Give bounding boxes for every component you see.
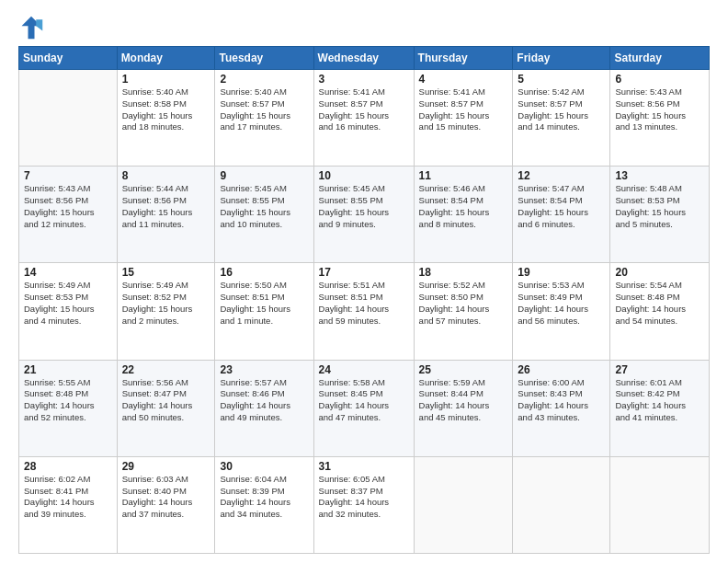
cell-info: Sunrise: 5:58 AMSunset: 8:45 PMDaylight:… xyxy=(319,377,409,424)
cell-info: Sunrise: 5:49 AMSunset: 8:53 PMDaylight:… xyxy=(24,280,112,327)
calendar-cell: 3Sunrise: 5:41 AMSunset: 8:57 PMDaylight… xyxy=(313,70,414,167)
calendar-cell xyxy=(513,456,610,553)
day-number: 18 xyxy=(419,266,508,279)
calendar-cell: 4Sunrise: 5:41 AMSunset: 8:57 PMDaylight… xyxy=(414,70,513,167)
header xyxy=(18,15,710,40)
cell-info: Sunrise: 5:52 AMSunset: 8:50 PMDaylight:… xyxy=(419,280,508,327)
week-row-2: 7Sunrise: 5:43 AMSunset: 8:56 PMDaylight… xyxy=(19,167,710,263)
cell-info: Sunrise: 5:41 AMSunset: 8:57 PMDaylight:… xyxy=(419,86,508,133)
day-number: 28 xyxy=(24,460,112,473)
day-number: 26 xyxy=(518,363,605,376)
calendar-cell: 26Sunrise: 6:00 AMSunset: 8:43 PMDayligh… xyxy=(513,360,610,456)
weekday-tuesday: Tuesday xyxy=(215,47,313,70)
weekday-thursday: Thursday xyxy=(414,47,513,70)
day-number: 2 xyxy=(220,73,308,86)
calendar-cell: 12Sunrise: 5:47 AMSunset: 8:54 PMDayligh… xyxy=(513,167,610,263)
day-number: 29 xyxy=(122,460,210,473)
calendar-table: SundayMondayTuesdayWednesdayThursdayFrid… xyxy=(18,46,710,554)
calendar-cell: 23Sunrise: 5:57 AMSunset: 8:46 PMDayligh… xyxy=(215,360,313,456)
cell-info: Sunrise: 5:45 AMSunset: 8:55 PMDaylight:… xyxy=(319,183,409,230)
cell-info: Sunrise: 5:57 AMSunset: 8:46 PMDaylight:… xyxy=(220,377,308,424)
cell-info: Sunrise: 5:50 AMSunset: 8:51 PMDaylight:… xyxy=(220,280,308,327)
weekday-sunday: Sunday xyxy=(19,47,118,70)
week-row-1: 1Sunrise: 5:40 AMSunset: 8:58 PMDaylight… xyxy=(19,70,710,167)
day-number: 24 xyxy=(319,363,409,376)
calendar-cell: 25Sunrise: 5:59 AMSunset: 8:44 PMDayligh… xyxy=(414,360,513,456)
logo-icon xyxy=(18,15,44,40)
weekday-header-row: SundayMondayTuesdayWednesdayThursdayFrid… xyxy=(19,47,710,70)
calendar-cell: 14Sunrise: 5:49 AMSunset: 8:53 PMDayligh… xyxy=(19,263,118,360)
week-row-5: 28Sunrise: 6:02 AMSunset: 8:41 PMDayligh… xyxy=(19,456,710,553)
day-number: 19 xyxy=(518,266,605,279)
day-number: 31 xyxy=(319,460,409,473)
day-number: 30 xyxy=(220,460,308,473)
day-number: 10 xyxy=(319,169,409,182)
day-number: 21 xyxy=(24,363,112,376)
day-number: 22 xyxy=(122,363,210,376)
day-number: 15 xyxy=(122,266,210,279)
calendar-cell: 24Sunrise: 5:58 AMSunset: 8:45 PMDayligh… xyxy=(313,360,414,456)
day-number: 13 xyxy=(615,169,704,182)
cell-info: Sunrise: 5:55 AMSunset: 8:48 PMDaylight:… xyxy=(24,377,112,424)
cell-info: Sunrise: 5:47 AMSunset: 8:54 PMDaylight:… xyxy=(518,183,605,230)
calendar-cell: 19Sunrise: 5:53 AMSunset: 8:49 PMDayligh… xyxy=(513,263,610,360)
day-number: 7 xyxy=(24,169,112,182)
weekday-friday: Friday xyxy=(513,47,610,70)
calendar-cell xyxy=(610,456,710,553)
cell-info: Sunrise: 6:05 AMSunset: 8:37 PMDaylight:… xyxy=(319,474,409,521)
calendar-cell: 31Sunrise: 6:05 AMSunset: 8:37 PMDayligh… xyxy=(313,456,414,553)
cell-info: Sunrise: 5:51 AMSunset: 8:51 PMDaylight:… xyxy=(319,280,409,327)
cell-info: Sunrise: 6:02 AMSunset: 8:41 PMDaylight:… xyxy=(24,474,112,521)
calendar-cell: 29Sunrise: 6:03 AMSunset: 8:40 PMDayligh… xyxy=(117,456,215,553)
calendar-cell: 5Sunrise: 5:42 AMSunset: 8:57 PMDaylight… xyxy=(513,70,610,167)
cell-info: Sunrise: 5:43 AMSunset: 8:56 PMDaylight:… xyxy=(24,183,112,230)
calendar-cell: 15Sunrise: 5:49 AMSunset: 8:52 PMDayligh… xyxy=(117,263,215,360)
day-number: 16 xyxy=(220,266,308,279)
calendar-cell: 22Sunrise: 5:56 AMSunset: 8:47 PMDayligh… xyxy=(117,360,215,456)
calendar-cell: 7Sunrise: 5:43 AMSunset: 8:56 PMDaylight… xyxy=(19,167,118,263)
calendar-cell: 28Sunrise: 6:02 AMSunset: 8:41 PMDayligh… xyxy=(19,456,118,553)
page: SundayMondayTuesdayWednesdayThursdayFrid… xyxy=(0,0,728,563)
cell-info: Sunrise: 5:54 AMSunset: 8:48 PMDaylight:… xyxy=(615,280,704,327)
cell-info: Sunrise: 5:56 AMSunset: 8:47 PMDaylight:… xyxy=(122,377,210,424)
calendar-cell xyxy=(19,70,118,167)
cell-info: Sunrise: 6:03 AMSunset: 8:40 PMDaylight:… xyxy=(122,474,210,521)
cell-info: Sunrise: 6:04 AMSunset: 8:39 PMDaylight:… xyxy=(220,474,308,521)
calendar-cell: 16Sunrise: 5:50 AMSunset: 8:51 PMDayligh… xyxy=(215,263,313,360)
calendar-cell: 18Sunrise: 5:52 AMSunset: 8:50 PMDayligh… xyxy=(414,263,513,360)
cell-info: Sunrise: 5:42 AMSunset: 8:57 PMDaylight:… xyxy=(518,86,605,133)
cell-info: Sunrise: 5:44 AMSunset: 8:56 PMDaylight:… xyxy=(122,183,210,230)
calendar-cell: 6Sunrise: 5:43 AMSunset: 8:56 PMDaylight… xyxy=(610,70,710,167)
day-number: 3 xyxy=(319,73,409,86)
cell-info: Sunrise: 5:53 AMSunset: 8:49 PMDaylight:… xyxy=(518,280,605,327)
calendar-cell xyxy=(414,456,513,553)
calendar-cell: 30Sunrise: 6:04 AMSunset: 8:39 PMDayligh… xyxy=(215,456,313,553)
day-number: 1 xyxy=(122,73,210,86)
day-number: 6 xyxy=(615,73,704,86)
calendar-cell: 8Sunrise: 5:44 AMSunset: 8:56 PMDaylight… xyxy=(117,167,215,263)
calendar-cell: 2Sunrise: 5:40 AMSunset: 8:57 PMDaylight… xyxy=(215,70,313,167)
week-row-3: 14Sunrise: 5:49 AMSunset: 8:53 PMDayligh… xyxy=(19,263,710,360)
day-number: 14 xyxy=(24,266,112,279)
cell-info: Sunrise: 5:59 AMSunset: 8:44 PMDaylight:… xyxy=(419,377,508,424)
cell-info: Sunrise: 5:48 AMSunset: 8:53 PMDaylight:… xyxy=(615,183,704,230)
calendar-cell: 20Sunrise: 5:54 AMSunset: 8:48 PMDayligh… xyxy=(610,263,710,360)
cell-info: Sunrise: 5:40 AMSunset: 8:57 PMDaylight:… xyxy=(220,86,308,133)
cell-info: Sunrise: 5:41 AMSunset: 8:57 PMDaylight:… xyxy=(319,86,409,133)
calendar-cell: 13Sunrise: 5:48 AMSunset: 8:53 PMDayligh… xyxy=(610,167,710,263)
day-number: 23 xyxy=(220,363,308,376)
day-number: 8 xyxy=(122,169,210,182)
weekday-wednesday: Wednesday xyxy=(313,47,414,70)
day-number: 20 xyxy=(615,266,704,279)
cell-info: Sunrise: 5:43 AMSunset: 8:56 PMDaylight:… xyxy=(615,86,704,133)
day-number: 11 xyxy=(419,169,508,182)
cell-info: Sunrise: 6:00 AMSunset: 8:43 PMDaylight:… xyxy=(518,377,605,424)
day-number: 25 xyxy=(419,363,508,376)
calendar-cell: 27Sunrise: 6:01 AMSunset: 8:42 PMDayligh… xyxy=(610,360,710,456)
cell-info: Sunrise: 6:01 AMSunset: 8:42 PMDaylight:… xyxy=(615,377,704,424)
day-number: 5 xyxy=(518,73,605,86)
calendar-cell: 21Sunrise: 5:55 AMSunset: 8:48 PMDayligh… xyxy=(19,360,118,456)
day-number: 17 xyxy=(319,266,409,279)
weekday-saturday: Saturday xyxy=(610,47,710,70)
day-number: 9 xyxy=(220,169,308,182)
